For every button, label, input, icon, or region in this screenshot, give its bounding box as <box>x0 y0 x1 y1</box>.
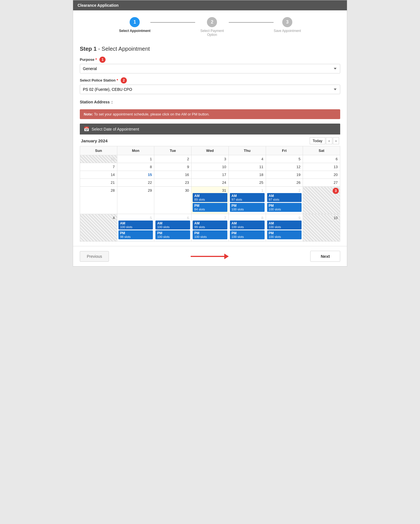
calendar-cell-r0c5: 5 <box>266 155 303 163</box>
calendar-cell-r0c1: 1 <box>117 155 154 163</box>
prev-button[interactable]: Previous <box>80 251 109 262</box>
pm-slot-button[interactable]: PM100 slots <box>193 230 227 239</box>
calendar-cell-r5c6: 10 <box>303 214 340 242</box>
day-number: 6 <box>304 156 339 162</box>
weekday-sat: Sat <box>303 146 340 155</box>
cell-slots: AM100 slotsPM100 slots <box>230 221 265 240</box>
arrow-head <box>224 254 229 259</box>
calendar-icon: 📅 <box>84 126 89 132</box>
calendar-cell-r3c5: 26 <box>266 179 303 187</box>
note-box: Note: To set your appointment schedule, … <box>80 109 340 119</box>
day-number: 15 <box>118 172 153 177</box>
next-month-button[interactable]: › <box>333 137 339 144</box>
purpose-required: * <box>95 57 97 62</box>
am-slot-button[interactable]: AM89 slots <box>193 193 227 202</box>
calendar-header-bar: 📅 Select Date of Appointment <box>80 124 340 135</box>
calendar-cell-r1c2: 9 <box>154 163 192 171</box>
calendar-cell-r3c3: 24 <box>192 179 229 187</box>
calendar-row-2: 14151617181920 <box>80 171 340 179</box>
pm-slot-button[interactable]: PM100 slots <box>230 230 265 239</box>
day-number: 20 <box>304 172 339 177</box>
calendar-cell-r5c5[interactable]: 9AM100 slotsPM100 slots <box>266 214 303 242</box>
day-number: 21 <box>81 180 116 185</box>
am-slot-button[interactable]: AM100 slots <box>230 221 265 229</box>
calendar-cell-r1c0: 7 <box>80 163 117 171</box>
day-number: 25 <box>230 180 265 185</box>
day-number: 12 <box>267 164 302 170</box>
day-number: 13 <box>304 164 339 170</box>
arrow-indicator <box>191 254 229 259</box>
calendar-cell-r1c3: 10 <box>192 163 229 171</box>
police-station-group: Select Police Station * 2 PS 02 (Fuente)… <box>80 77 340 94</box>
app-title: Clearance Application <box>78 3 119 8</box>
wizard-step-1: 1 Select Appointment <box>119 17 150 33</box>
cell-slots: AM100 slotsPM100 slots <box>267 221 302 240</box>
purpose-select[interactable]: General <box>80 64 340 73</box>
pm-slot-button[interactable]: PM100 slots <box>230 203 265 212</box>
pm-slot-button[interactable]: PM100 slots <box>155 230 190 239</box>
day-number: 26 <box>267 180 302 185</box>
calendar-row-1: 78910111213 <box>80 163 340 171</box>
calendar-cell-r1c6: 13 <box>303 163 340 171</box>
today-button[interactable]: Today <box>310 137 326 144</box>
day-number: 18 <box>230 172 265 177</box>
day-number: 16 <box>155 172 190 177</box>
calendar-cell-r0c2: 2 <box>154 155 192 163</box>
calendar-row-4: 28293031AM89 slotsPM84 slots1AM97 slotsP… <box>80 187 340 214</box>
am-slot-button[interactable]: AM97 slots <box>230 193 265 202</box>
calendar-cell-r1c4: 11 <box>228 163 266 171</box>
calendar-cell-r4c2: 30 <box>154 187 192 214</box>
pm-slot-button[interactable]: PM100 slots <box>267 203 302 212</box>
wizard-line-2-3 <box>229 22 274 23</box>
calendar-cell-r4c5[interactable]: 2AM97 slotsPM100 slots <box>266 187 303 214</box>
calendar-cell-r5c3[interactable]: 7AM99 slotsPM100 slots <box>192 214 229 242</box>
pm-slot-button[interactable]: PM98 slots <box>118 230 153 239</box>
day-number: 7 <box>81 164 116 170</box>
day-number: 24 <box>193 180 227 185</box>
calendar-month-title: January 2024 <box>81 138 108 143</box>
prev-month-button[interactable]: ‹ <box>326 137 332 144</box>
police-station-select[interactable]: PS 02 (Fuente), CEBU CPO <box>80 85 340 94</box>
cell-slots: AM97 slotsPM100 slots <box>267 193 302 213</box>
pm-slot-button[interactable]: PM100 slots <box>267 230 302 239</box>
am-slot-button[interactable]: AM99 slots <box>193 221 227 229</box>
calendar-cell-r5c4[interactable]: 8AM100 slotsPM100 slots <box>228 214 266 242</box>
am-slot-button[interactable]: AM97 slots <box>267 193 302 202</box>
day-number: 22 <box>118 180 153 185</box>
pm-slot-button[interactable]: PM84 slots <box>193 203 227 212</box>
calendar-cell-r2c3: 17 <box>192 171 229 179</box>
police-station-badge: 2 <box>121 77 127 84</box>
day-number: 9 <box>267 215 302 221</box>
day-number: 27 <box>304 180 339 185</box>
calendar-cell-r4c3[interactable]: 31AM89 slotsPM84 slots <box>192 187 229 214</box>
step-wizard: 1 Select Appointment 2 Select Payment Op… <box>73 10 347 41</box>
day-number: 5 <box>118 215 153 221</box>
calendar-cell-r5c1[interactable]: 5AM100 slotsPM98 slots <box>117 214 154 242</box>
day-number: 17 <box>193 172 227 177</box>
day-number: 30 <box>155 188 190 193</box>
day-number: 4 <box>81 215 116 221</box>
am-slot-button[interactable]: AM100 slots <box>118 221 153 229</box>
am-slot-button[interactable]: AM100 slots <box>267 221 302 229</box>
wizard-label-3: Save Appointment <box>274 29 301 33</box>
wizard-label-2: Select Payment Option <box>195 29 229 37</box>
calendar-cell-r3c1: 22 <box>117 179 154 187</box>
wizard-line-1-2 <box>150 22 195 23</box>
calendar-cell-r5c2[interactable]: 6AM100 slotsPM100 slots <box>154 214 192 242</box>
next-button[interactable]: Next <box>310 251 340 262</box>
calendar-cell-r2c1: 15 <box>117 171 154 179</box>
wizard-step-3: 3 Save Appointment <box>274 17 301 33</box>
calendar-cell-r3c6: 27 <box>303 179 340 187</box>
day-number: 3 <box>193 156 227 162</box>
calendar-cell-r4c4[interactable]: 1AM97 slotsPM100 slots <box>228 187 266 214</box>
purpose-group: Purpose * 1 General <box>80 57 340 73</box>
calendar-section-title: Select Date of Appointment <box>92 127 139 131</box>
cell-slots: AM100 slotsPM98 slots <box>118 221 153 240</box>
calendar-cell-r3c4: 25 <box>228 179 266 187</box>
day-number: 11 <box>230 164 265 170</box>
am-slot-button[interactable]: AM100 slots <box>155 221 190 229</box>
day-number: 2 <box>155 156 190 162</box>
app-header: Clearance Application <box>73 0 347 10</box>
calendar-row-0: 31123456 <box>80 155 340 163</box>
cell-slots: AM100 slotsPM100 slots <box>155 221 190 240</box>
